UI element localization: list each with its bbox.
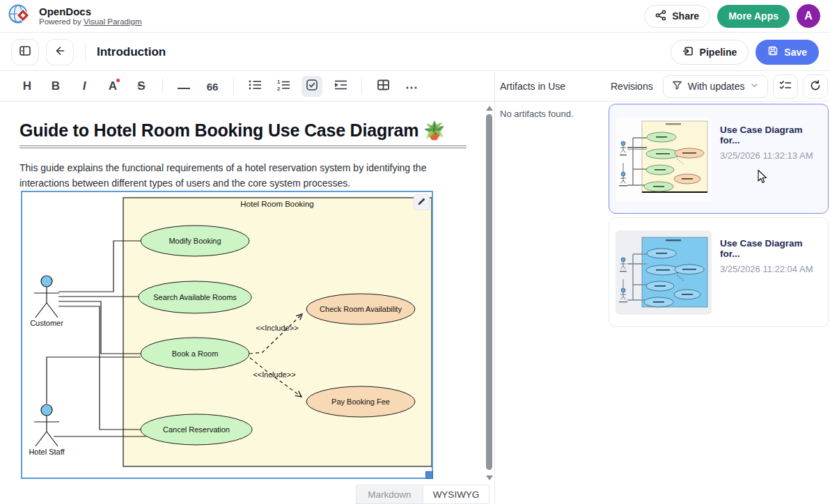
horizontal-rule-icon	[178, 79, 190, 93]
system-boundary-title: Hotel Room Booking	[240, 200, 313, 208]
strikethrough-button[interactable]: S	[131, 76, 152, 97]
actor-customer[interactable]: Customer	[30, 276, 63, 327]
bullet-list-button[interactable]	[244, 76, 265, 97]
scrollbar-thumb[interactable]	[486, 114, 492, 470]
toggle-list-button[interactable]	[330, 76, 351, 97]
document-paragraph: This guide explains the functional requi…	[19, 161, 441, 191]
save-icon	[767, 45, 778, 58]
filter-label: With updates	[688, 81, 745, 92]
pipeline-icon	[682, 45, 694, 59]
back-arrow-icon	[54, 45, 66, 59]
revision-title: Use Case Diagram for...	[720, 125, 822, 145]
use-case-modify-booking[interactable]: Modify Booking	[141, 226, 249, 256]
page-title: Introduction	[97, 45, 166, 59]
heading-emoji: 🪴	[423, 120, 445, 140]
svg-text:Check Room Availability: Check Room Availability	[320, 305, 402, 313]
app-name: OpenDocs	[39, 6, 141, 17]
toolbar-divider	[162, 79, 163, 94]
actor-hotel-staff[interactable]: Hotel Staff	[29, 404, 65, 456]
use-case-pay-booking-fee[interactable]: Pay Booking Fee	[306, 386, 415, 417]
revision-thumbnail-1	[616, 117, 712, 201]
save-label: Save	[784, 47, 807, 58]
share-button[interactable]: Share	[644, 5, 710, 28]
revision-thumbnail-2	[616, 230, 712, 315]
editor-mode-tabs: Markdown WYSIWYG	[356, 485, 490, 504]
revision-timestamp: 3/25/2026 11:32:13 AM	[720, 150, 822, 161]
heading-button[interactable]: H	[17, 76, 38, 97]
chevron-down-icon	[750, 81, 759, 92]
toolbar-divider	[233, 79, 234, 94]
document-heading: Guide to Hotel Room Booking Use Case Dia…	[19, 120, 445, 141]
more-apps-button[interactable]: More Apps	[717, 5, 790, 28]
checklist-icon	[778, 79, 792, 95]
blockquote-button[interactable]: 66	[202, 76, 223, 97]
svg-text:Pay Booking Fee: Pay Booking Fee	[331, 397, 390, 406]
formatting-toolbar: H B I A S 66 1	[0, 72, 494, 102]
visual-paradigm-link[interactable]: Visual Paradigm	[84, 17, 142, 26]
task-list-button[interactable]	[302, 76, 322, 97]
use-case-search-available-rooms[interactable]: Search Available Rooms	[139, 281, 251, 313]
tab-markdown[interactable]: Markdown	[356, 485, 423, 504]
revision-card-2[interactable]: Use Case Diagram for... 3/25/2026 11:22:…	[609, 217, 829, 327]
editor-scrollbar[interactable]	[485, 104, 494, 482]
numbered-list-icon: 1 2	[276, 79, 290, 95]
app-title-block: OpenDocs Powered by Visual Paradigm	[39, 6, 141, 26]
use-case-diagram-block[interactable]: Hotel Room Booking <<Include>> <<Include…	[21, 191, 433, 479]
italic-button[interactable]: I	[74, 76, 95, 97]
sidebar-toggle-button[interactable]	[11, 39, 39, 65]
use-case-check-room-availability[interactable]: Check Room Availability	[306, 294, 415, 324]
svg-text:Book a Room: Book a Room	[172, 349, 219, 358]
refresh-icon	[809, 79, 822, 94]
select-revisions-button[interactable]	[773, 74, 798, 99]
svg-text:2: 2	[277, 85, 280, 91]
pencil-icon	[417, 196, 426, 209]
use-case-book-a-room[interactable]: Book a Room	[141, 338, 249, 370]
refresh-revisions-button[interactable]	[803, 74, 828, 99]
font-color-button[interactable]: A	[102, 76, 123, 97]
bullet-list-icon	[248, 79, 262, 95]
table-button[interactable]	[373, 76, 393, 97]
svg-text:Customer: Customer	[30, 319, 63, 327]
artifacts-in-use-header: Artifacts in Use	[500, 81, 611, 92]
revision-title: Use Case Diagram for...	[720, 238, 822, 259]
use-case-diagram: Hotel Room Booking <<Include>> <<Include…	[22, 192, 432, 478]
scrollbar-up-arrow[interactable]	[486, 106, 493, 111]
use-case-cancel-reservation[interactable]: Cancel Reservation	[141, 414, 252, 445]
document-canvas[interactable]: Guide to Hotel Room Booking Use Case Dia…	[0, 102, 494, 484]
opendocs-app: OpenDocs Powered by Visual Paradigm Shar…	[0, 0, 830, 504]
more-options-button[interactable]	[401, 76, 422, 97]
horizontal-rule-button[interactable]	[173, 76, 194, 97]
revision-info-1: Use Case Diagram for... 3/25/2026 11:32:…	[720, 111, 822, 207]
back-button[interactable]	[46, 39, 74, 65]
edit-diagram-button[interactable]	[414, 194, 430, 210]
opendocs-logo-icon	[7, 1, 32, 31]
share-icon	[655, 10, 666, 23]
indent-toggle-icon	[334, 79, 347, 95]
doc-bar: Introduction Pipeline Save	[0, 33, 830, 71]
save-button[interactable]: Save	[755, 40, 819, 65]
scrollbar-down-arrow[interactable]	[486, 475, 493, 480]
diagram-resize-handle[interactable]	[425, 471, 433, 479]
revision-timestamp: 3/25/2026 11:22:04 AM	[720, 264, 822, 274]
table-icon	[377, 79, 390, 95]
no-artifacts-message: No artifacts found.	[500, 109, 574, 119]
bold-button[interactable]: B	[45, 76, 66, 97]
include-label-2: <<Include>>	[253, 370, 295, 379]
numbered-list-button[interactable]: 1 2	[273, 76, 294, 97]
panel-left-icon	[19, 45, 31, 59]
document-heading-text: Guide to Hotel Room Booking Use Case Dia…	[19, 120, 418, 140]
ellipsis-icon	[405, 79, 418, 93]
toolbar-divider	[361, 79, 362, 94]
svg-text:Search Available Rooms: Search Available Rooms	[153, 293, 237, 301]
tab-wysiwyg[interactable]: WYSIWYG	[423, 485, 490, 504]
revisions-filter-dropdown[interactable]: With updates	[663, 75, 769, 98]
font-color-letter: A	[109, 79, 117, 93]
svg-text:Modify Booking: Modify Booking	[169, 237, 221, 245]
pipeline-button[interactable]: Pipeline	[671, 40, 749, 65]
font-color-dot	[116, 79, 120, 82]
avatar[interactable]: A	[797, 4, 820, 28]
filter-funnel-icon	[672, 80, 682, 93]
revision-card-1[interactable]: Use Case Diagram for... 3/25/2026 11:32:…	[609, 104, 829, 214]
revisions-list: Use Case Diagram for... 3/25/2026 11:32:…	[609, 104, 829, 327]
revision-thumbnail-diagram-blue	[616, 230, 712, 315]
